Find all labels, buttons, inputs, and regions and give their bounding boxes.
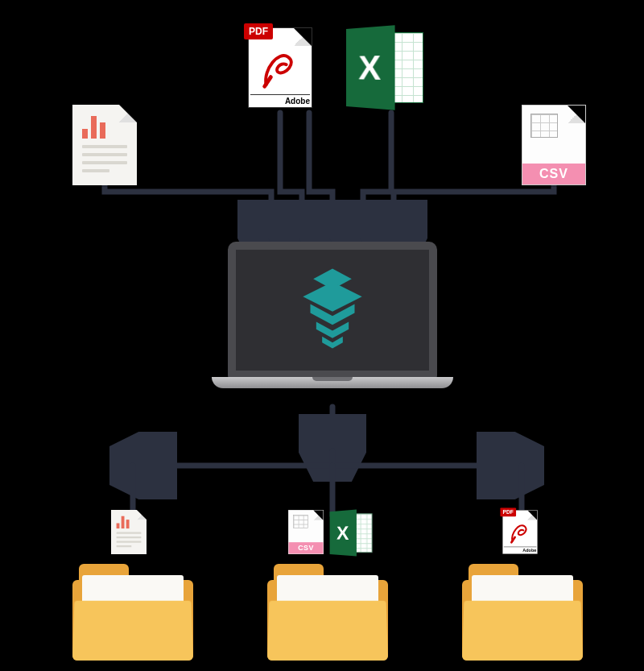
input-excel-doc: X: [346, 29, 423, 106]
excel-book-icon: X: [330, 510, 357, 557]
excel-book-icon: X: [346, 25, 395, 110]
csv-grid-icon: [530, 114, 558, 138]
pdf-brand: Adobe: [504, 547, 537, 553]
input-csv-doc: CSV: [522, 105, 586, 185]
laptop-processor: [212, 242, 453, 411]
output-folder-2: [267, 564, 388, 661]
output-folder-3: [462, 564, 583, 661]
adobe-swirl-icon: [257, 46, 303, 93]
output-excel-doc: X: [330, 512, 373, 554]
csv-label: CSV: [289, 542, 324, 553]
pdf-badge: PDF: [500, 507, 516, 516]
pdf-badge: PDF: [244, 23, 273, 39]
output-folder-1: [72, 564, 193, 661]
csv-grid-icon: [293, 515, 308, 528]
stack-logo-icon: [288, 264, 377, 356]
svg-marker-8: [322, 337, 343, 349]
input-pdf-doc: PDF Adobe: [248, 27, 312, 108]
chart-bars-icon: [117, 516, 130, 528]
output-csv-doc: CSV: [288, 510, 324, 554]
input-report-doc: [72, 105, 137, 185]
adobe-swirl-icon: [507, 520, 533, 546]
csv-label: CSV: [522, 164, 585, 184]
chart-bars-icon: [82, 116, 105, 139]
pdf-brand: Adobe: [250, 94, 310, 106]
output-report-doc: [111, 510, 147, 554]
output-pdf-doc: PDF Adobe: [502, 510, 538, 554]
